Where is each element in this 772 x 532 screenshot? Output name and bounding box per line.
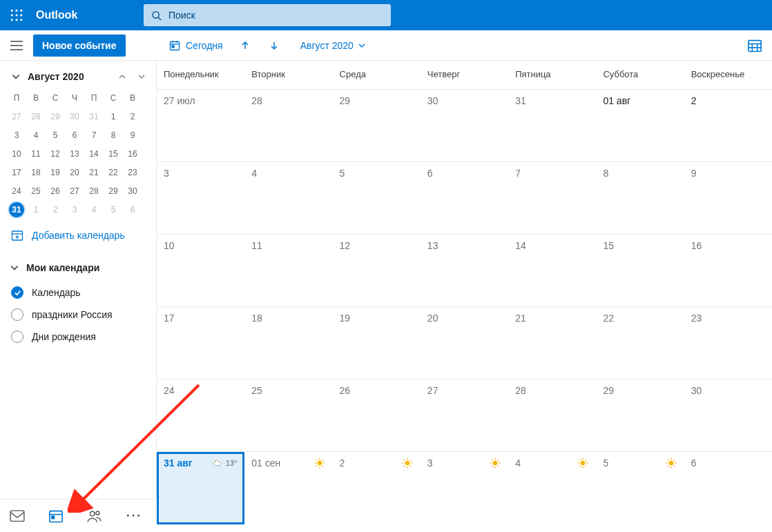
new-event-button[interactable]: Новое событие (33, 35, 126, 57)
mini-cal-day[interactable]: 4 (26, 126, 46, 144)
add-calendar-button[interactable]: Добавить календарь (0, 219, 156, 251)
mini-cal-day[interactable]: 2 (46, 200, 65, 219)
mini-cal-day[interactable]: 6 (123, 200, 142, 219)
grid-day-cell[interactable]: 13 (421, 235, 508, 306)
calendar-checkbox[interactable] (11, 308, 23, 321)
calendar-list-item[interactable]: Календарь (10, 282, 146, 304)
mini-cal-day[interactable]: 13 (65, 144, 84, 163)
mini-cal-day[interactable]: 3 (65, 200, 84, 219)
grid-day-cell[interactable]: 01 сен (244, 452, 332, 524)
grid-day-cell[interactable]: 3 (157, 162, 244, 234)
mini-cal-day[interactable]: 24 (7, 181, 26, 200)
grid-day-cell[interactable]: 20 (421, 307, 508, 379)
mini-cal-day[interactable]: 26 (46, 181, 65, 200)
search-input[interactable]: Поиск (144, 4, 391, 26)
mini-cal-day[interactable]: 27 (65, 181, 84, 200)
grid-day-cell[interactable]: 14 (508, 235, 596, 306)
mini-cal-day[interactable]: 17 (7, 163, 26, 181)
mini-cal-day[interactable]: 31 (9, 202, 24, 217)
mini-cal-collapse-button[interactable] (10, 70, 22, 83)
calendar-list-item[interactable]: Дни рождения (10, 326, 146, 348)
mini-cal-day[interactable]: 31 (84, 107, 104, 126)
calendar-view-button[interactable] (747, 38, 762, 53)
mini-cal-day[interactable]: 11 (26, 144, 46, 163)
mini-cal-day[interactable]: 23 (123, 163, 142, 181)
grid-day-cell[interactable]: 5 (596, 452, 684, 524)
mini-cal-day[interactable]: 20 (65, 163, 84, 181)
grid-day-cell[interactable]: 8 (596, 162, 684, 234)
mini-cal-day[interactable]: 19 (46, 163, 65, 181)
prev-period-button[interactable] (233, 33, 258, 58)
mini-cal-day[interactable]: 25 (26, 181, 46, 200)
my-calendars-toggle[interactable]: Мои календари (10, 258, 146, 277)
mini-cal-day[interactable]: 30 (123, 181, 142, 200)
grid-day-cell[interactable]: 2 (684, 90, 772, 161)
grid-day-cell[interactable]: 30 (421, 90, 508, 161)
next-period-button[interactable] (262, 33, 287, 58)
grid-day-cell[interactable]: 27 (421, 380, 508, 451)
grid-day-cell[interactable]: 30 (684, 380, 772, 451)
grid-day-cell[interactable]: 11 (244, 235, 332, 306)
mini-cal-day[interactable]: 1 (104, 107, 123, 126)
grid-day-cell[interactable]: 25 (244, 380, 332, 451)
mini-cal-day[interactable]: 27 (7, 107, 26, 126)
mini-cal-day[interactable]: 29 (104, 181, 123, 200)
mini-cal-day[interactable]: 8 (104, 126, 123, 144)
mini-cal-day[interactable]: 1 (26, 200, 46, 219)
mini-cal-day[interactable]: 15 (104, 144, 123, 163)
mini-cal-day[interactable]: 5 (104, 200, 123, 219)
calendar-checkbox[interactable] (11, 286, 23, 299)
calendar-checkbox[interactable] (11, 331, 23, 343)
grid-day-cell[interactable]: 26 (333, 380, 421, 451)
grid-day-cell[interactable]: 18 (244, 307, 332, 379)
grid-day-cell[interactable]: 28 (508, 380, 596, 451)
grid-day-cell[interactable]: 2 (333, 452, 421, 524)
grid-day-cell[interactable]: 01 авг (596, 90, 684, 161)
mail-nav-button[interactable] (10, 509, 25, 524)
grid-day-cell[interactable]: 17 (157, 307, 244, 379)
mini-cal-day[interactable]: 28 (84, 181, 104, 200)
mini-cal-day[interactable]: 7 (84, 126, 104, 144)
mini-cal-prev-button[interactable] (116, 70, 128, 83)
grid-day-cell[interactable]: 3 (421, 452, 508, 524)
grid-day-cell[interactable]: 6 (421, 162, 508, 234)
mini-cal-day[interactable]: 14 (84, 144, 104, 163)
grid-day-cell[interactable]: 23 (684, 307, 772, 379)
grid-day-cell[interactable]: 19 (333, 307, 421, 379)
mini-cal-day[interactable]: 18 (26, 163, 46, 181)
mini-cal-day[interactable]: 4 (84, 200, 104, 219)
mini-cal-day[interactable]: 3 (7, 126, 26, 144)
more-nav-button[interactable] (126, 509, 141, 524)
grid-day-cell[interactable]: 4 (508, 452, 596, 524)
app-launcher-button[interactable] (0, 0, 33, 30)
mini-cal-day[interactable]: 30 (65, 107, 84, 126)
grid-day-cell[interactable]: 28 (244, 90, 332, 161)
grid-day-cell[interactable]: 21 (508, 307, 596, 379)
grid-day-cell[interactable]: 24 (157, 380, 244, 451)
grid-day-cell[interactable]: 29 (333, 90, 421, 161)
people-nav-button[interactable] (87, 509, 102, 524)
mini-cal-day[interactable]: 10 (7, 144, 26, 163)
grid-day-cell[interactable]: 15 (596, 235, 684, 306)
grid-day-cell[interactable]: 12 (333, 235, 421, 306)
mini-cal-day[interactable]: 12 (46, 144, 65, 163)
grid-day-cell[interactable]: 16 (684, 235, 772, 306)
mini-cal-day[interactable]: 22 (104, 163, 123, 181)
mini-cal-day[interactable]: 28 (26, 107, 46, 126)
mini-cal-day[interactable]: 16 (123, 144, 142, 163)
mini-cal-day[interactable]: 21 (84, 163, 104, 181)
mini-cal-day[interactable]: 29 (46, 107, 65, 126)
grid-day-cell[interactable]: 5 (333, 162, 421, 234)
grid-day-cell[interactable]: 10 (157, 235, 244, 306)
mini-cal-day[interactable]: 9 (123, 126, 142, 144)
calendar-nav-button[interactable] (48, 509, 64, 524)
mini-cal-day[interactable]: 5 (46, 126, 65, 144)
grid-day-cell[interactable]: 4 (244, 162, 332, 234)
grid-day-cell[interactable]: 7 (508, 162, 596, 234)
mini-cal-day[interactable]: 2 (123, 107, 142, 126)
grid-day-cell[interactable]: 31 (508, 90, 596, 161)
grid-day-cell[interactable]: 9 (684, 162, 772, 234)
calendar-list-item[interactable]: праздники Россия (10, 304, 146, 326)
mini-cal-day[interactable]: 6 (65, 126, 84, 144)
grid-day-cell[interactable]: 6 (684, 452, 772, 524)
